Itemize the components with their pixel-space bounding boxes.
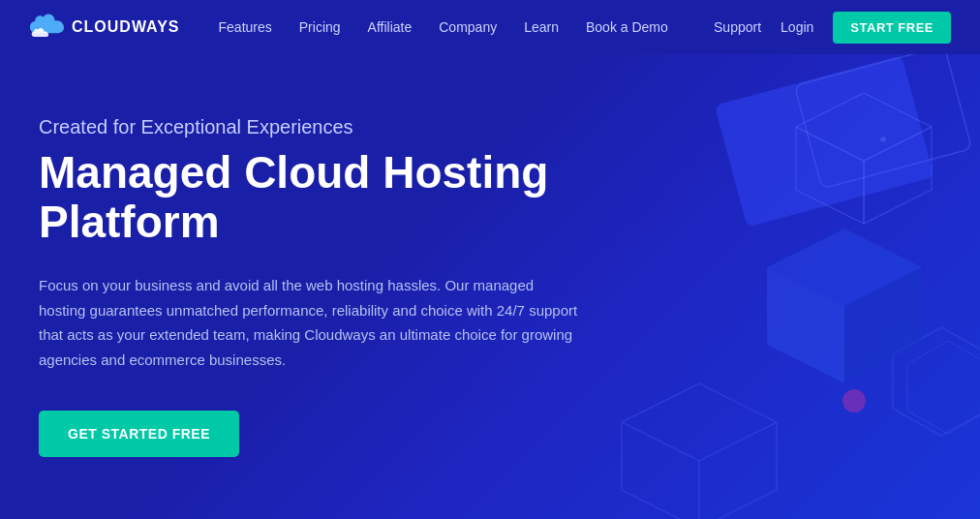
brand-name: CLOUDWAYS [72, 18, 180, 36]
navbar: CLOUDWAYS Features Pricing Affiliate Com… [0, 0, 980, 54]
hero-content: Created for Exceptional Experiences Mana… [0, 116, 581, 457]
get-started-button[interactable]: GET STARTED FREE [39, 411, 239, 457]
start-free-button[interactable]: START FREE [833, 12, 951, 44]
nav-right: Support Login START FREE [714, 12, 951, 44]
logo-link[interactable]: CLOUDWAYS [29, 14, 180, 41]
hero-title: Managed Cloud Hosting Platform [39, 148, 581, 246]
svg-point-6 [842, 389, 866, 412]
nav-book-demo[interactable]: Book a Demo [586, 19, 668, 35]
logo-icon [29, 14, 64, 41]
nav-links: Features Pricing Affiliate Company Learn… [219, 19, 715, 35]
svg-line-17 [622, 490, 699, 519]
hero-subtitle: Created for Exceptional Experiences [39, 116, 581, 138]
hero-section: Created for Exceptional Experiences Mana… [0, 54, 980, 519]
nav-affiliate[interactable]: Affiliate [368, 19, 413, 35]
nav-company[interactable]: Company [439, 19, 497, 35]
svg-point-2 [880, 137, 886, 142]
nav-support[interactable]: Support [714, 19, 761, 35]
nav-pricing[interactable]: Pricing [299, 19, 341, 35]
nav-login[interactable]: Login [781, 19, 813, 35]
nav-features[interactable]: Features [219, 19, 272, 35]
svg-line-18 [699, 490, 777, 519]
nav-learn[interactable]: Learn [524, 19, 559, 35]
hero-description: Focus on your business and avoid all the… [39, 273, 581, 372]
svg-marker-13 [622, 383, 777, 461]
